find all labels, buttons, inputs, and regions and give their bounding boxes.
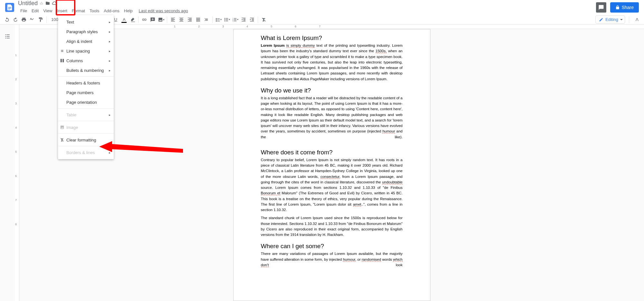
svg-rect-0 bbox=[8, 7, 11, 7]
add-comment-button[interactable] bbox=[149, 16, 157, 24]
heading-1: What is Lorem Ipsum? bbox=[261, 34, 403, 42]
move-icon[interactable] bbox=[45, 1, 50, 5]
svg-rect-1 bbox=[8, 8, 11, 8]
docs-logo[interactable] bbox=[5, 3, 14, 12]
svg-rect-15 bbox=[7, 38, 10, 39]
left-strip bbox=[0, 24, 15, 301]
clear-formatting-button[interactable] bbox=[260, 16, 268, 24]
paragraph-2: It is a long established fact that a rea… bbox=[261, 95, 403, 140]
svg-point-4 bbox=[224, 19, 225, 20]
dd-align-indent[interactable]: Align & indent bbox=[58, 36, 114, 46]
line-spacing-button[interactable] bbox=[203, 16, 210, 24]
columns-icon bbox=[60, 58, 64, 63]
clear-formatting-icon bbox=[60, 138, 64, 142]
dd-table: Table bbox=[58, 110, 114, 120]
align-right-button[interactable] bbox=[186, 16, 194, 24]
share-button[interactable]: Share bbox=[610, 2, 639, 13]
menu-edit[interactable]: Edit bbox=[29, 7, 41, 15]
outline-icon[interactable] bbox=[5, 34, 10, 39]
star-icon[interactable]: ☆ bbox=[40, 1, 43, 6]
paint-format-button[interactable] bbox=[37, 16, 44, 24]
text-color-button[interactable]: A bbox=[120, 16, 128, 24]
dd-page-orientation[interactable]: Page orientation bbox=[58, 97, 114, 107]
title-area: Untitled ☆ File Edit View Insert Format … bbox=[18, 0, 596, 15]
insert-link-button[interactable] bbox=[140, 16, 148, 24]
bullet-list-button[interactable]: ▾ bbox=[223, 16, 231, 24]
numbered-list-button[interactable]: ▾ bbox=[231, 16, 239, 24]
spellcheck-button[interactable] bbox=[28, 16, 36, 24]
dd-columns[interactable]: Columns bbox=[58, 56, 114, 65]
menu-view[interactable]: View bbox=[41, 7, 54, 15]
svg-rect-13 bbox=[7, 36, 10, 37]
heading-3: Where does it come from? bbox=[261, 149, 403, 156]
align-left-button[interactable] bbox=[169, 16, 177, 24]
highlight-button[interactable] bbox=[129, 16, 136, 24]
editing-mode-button[interactable]: Editing bbox=[595, 15, 625, 24]
paragraph-1: Lorem Ipsum is simply dummy text of the … bbox=[261, 43, 403, 82]
menu-help[interactable]: Help bbox=[122, 7, 135, 15]
docs-icon bbox=[6, 4, 13, 11]
lock-icon bbox=[615, 5, 620, 10]
pencil-icon bbox=[599, 17, 603, 22]
collapse-button[interactable]: ᐱ bbox=[633, 16, 641, 24]
menu-insert[interactable]: Insert bbox=[54, 7, 70, 15]
svg-point-5 bbox=[224, 20, 225, 21]
menu-tools[interactable]: Tools bbox=[87, 7, 101, 15]
heading-2: Why do we use it? bbox=[261, 87, 403, 94]
checklist-button[interactable]: ▾ bbox=[215, 16, 222, 24]
document-title[interactable]: Untitled bbox=[18, 0, 38, 7]
menu-addons[interactable]: Add-ons bbox=[101, 7, 121, 15]
dd-headers-footers[interactable]: Headers & footers bbox=[58, 78, 114, 88]
last-edit-link[interactable]: Last edit was seconds ago bbox=[139, 7, 188, 15]
menu-format[interactable]: Format bbox=[70, 7, 87, 15]
svg-rect-12 bbox=[5, 36, 6, 37]
menu-file[interactable]: File bbox=[18, 7, 29, 15]
svg-rect-11 bbox=[7, 34, 10, 35]
increase-indent-button[interactable] bbox=[248, 16, 256, 24]
share-label: Share bbox=[622, 5, 634, 10]
dd-borders-lines: Borders & lines bbox=[58, 148, 114, 157]
svg-rect-14 bbox=[5, 38, 6, 39]
dd-paragraph-styles[interactable]: Paragraph styles bbox=[58, 27, 114, 36]
line-spacing-icon bbox=[60, 49, 64, 53]
dd-bullets-numbering[interactable]: Bullets & numbering bbox=[58, 65, 114, 75]
dd-image: Image bbox=[58, 122, 114, 132]
menu-bar: File Edit View Insert Format Tools Add-o… bbox=[18, 7, 596, 15]
editing-label: Editing bbox=[605, 17, 618, 22]
paragraph-5: There are many variations of passages of… bbox=[261, 251, 403, 268]
dd-text[interactable]: Text bbox=[58, 17, 114, 27]
align-center-button[interactable] bbox=[178, 16, 185, 24]
dd-line-spacing[interactable]: Line spacing bbox=[58, 46, 114, 56]
decrease-indent-button[interactable] bbox=[240, 16, 247, 24]
paragraph-4: The standard chunk of Lorem Ipsum used s… bbox=[261, 215, 403, 238]
align-justify-button[interactable] bbox=[194, 16, 202, 24]
document-page[interactable]: What is Lorem Ipsum? Lorem Ipsum is simp… bbox=[233, 29, 430, 301]
image-icon bbox=[60, 125, 64, 130]
svg-rect-10 bbox=[5, 34, 6, 35]
svg-rect-7 bbox=[61, 59, 62, 63]
heading-4: Where can I get some? bbox=[261, 243, 403, 250]
print-button[interactable] bbox=[20, 16, 28, 24]
format-dropdown: Text Paragraph styles Align & indent Lin… bbox=[58, 15, 114, 159]
vertical-ruler: 1 2 3 4 5 6 7 8 bbox=[15, 24, 19, 301]
undo-button[interactable] bbox=[3, 16, 11, 24]
header: Untitled ☆ File Edit View Insert Format … bbox=[0, 0, 644, 15]
svg-point-3 bbox=[224, 18, 225, 19]
dd-page-numbers[interactable]: Page numbers bbox=[58, 88, 114, 97]
cloud-icon[interactable] bbox=[52, 1, 57, 6]
paragraph-3: Contrary to popular belief, Lorem Ipsum … bbox=[261, 157, 403, 213]
insert-image-button[interactable]: ▾ bbox=[157, 16, 165, 24]
redo-button[interactable] bbox=[12, 16, 19, 24]
svg-rect-2 bbox=[8, 9, 10, 9]
svg-rect-8 bbox=[62, 59, 64, 63]
dd-clear-formatting[interactable]: Clear formatting bbox=[58, 135, 114, 145]
comments-button[interactable] bbox=[596, 2, 606, 13]
